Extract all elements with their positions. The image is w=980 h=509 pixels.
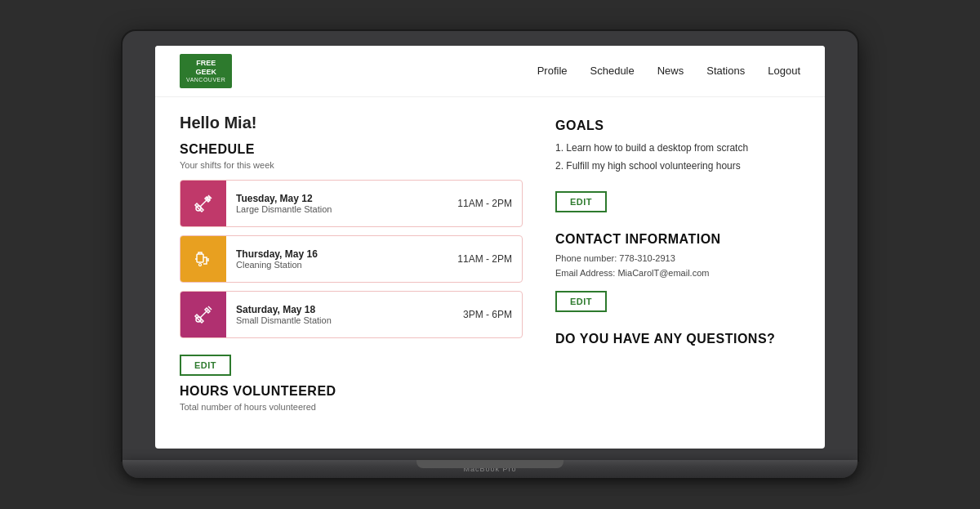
shift-time-3: 3PM - 6PM <box>463 309 522 320</box>
goal-item-1: 1. Learn how to build a desktop from scr… <box>555 140 800 158</box>
shift-icon-3 <box>180 292 226 337</box>
hours-subtitle: Total number of hours volunteered <box>180 402 523 412</box>
screen-content: FREE GEEK VANCOUVER Profile Schedule New… <box>155 46 825 449</box>
shift-station-1: Large Dismantle Station <box>236 204 448 214</box>
schedule-edit-button[interactable]: EDIT <box>180 355 231 376</box>
shift-station-2: Cleaning Station <box>236 260 448 270</box>
shift-date-1: Tuesday, May 12 <box>236 193 448 204</box>
left-column: Hello Mia! SCHEDULE Your shifts for this… <box>180 114 523 432</box>
logo: FREE GEEK VANCOUVER <box>180 54 232 88</box>
email-info: Email Address: MiaCarolT@email.com <box>555 268 800 278</box>
nav-schedule[interactable]: Schedule <box>590 65 635 77</box>
hours-title: HOURS VOLUNTEERED <box>180 384 523 399</box>
nav-stations[interactable]: Stations <box>706 65 745 77</box>
schedule-title: SCHEDULE <box>180 142 523 157</box>
contact-title: CONTACT INFORMATION <box>555 232 800 247</box>
goals-title: GOALS <box>555 118 800 133</box>
greeting: Hello Mia! <box>180 114 523 132</box>
shift-info-1: Tuesday, May 12 Large Dismantle Station <box>226 186 457 221</box>
svg-rect-2 <box>197 254 203 262</box>
questions-section: DO YOU HAVE ANY QUESTIONS? <box>555 332 800 346</box>
shift-time-1: 11AM - 2PM <box>457 198 522 209</box>
laptop-label: MacBook Pro <box>122 460 858 473</box>
screen-bezel: FREE GEEK VANCOUVER Profile Schedule New… <box>122 31 858 460</box>
schedule-subtitle: Your shifts for this week <box>180 160 523 170</box>
phone-label: Phone number: <box>555 253 617 263</box>
shift-date-3: Saturday, May 18 <box>236 304 453 315</box>
laptop-frame: FREE GEEK VANCOUVER Profile Schedule New… <box>122 31 858 478</box>
goals-edit-button[interactable]: EDIT <box>555 191 607 212</box>
shift-card-2: Thursday, May 16 Cleaning Station 11AM -… <box>180 235 523 283</box>
main-content: Hello Mia! SCHEDULE Your shifts for this… <box>155 97 825 449</box>
phone-info: Phone number: 778-310-2913 <box>555 253 800 263</box>
contact-section: CONTACT INFORMATION Phone number: 778-31… <box>555 232 800 312</box>
nav-logout[interactable]: Logout <box>768 65 800 77</box>
navbar: FREE GEEK VANCOUVER Profile Schedule New… <box>155 46 825 97</box>
goal-item-2: 2. Fulfill my high school volunteering h… <box>555 158 800 176</box>
shift-info-2: Thursday, May 16 Cleaning Station <box>226 242 457 276</box>
email-label: Email Address: <box>555 268 615 278</box>
svg-point-3 <box>199 263 202 266</box>
laptop-base: MacBook Pro <box>122 460 858 478</box>
contact-edit-button[interactable]: EDIT <box>555 291 607 312</box>
nav-links: Profile Schedule News Stations Logout <box>537 65 800 77</box>
email-value: MiaCarolT@email.com <box>617 268 709 278</box>
shift-card-3: Saturday, May 18 Small Dismantle Station… <box>180 291 523 338</box>
shift-card-1: Tuesday, May 12 Large Dismantle Station … <box>180 180 523 227</box>
goals-section: GOALS 1. Learn how to build a desktop fr… <box>555 118 800 212</box>
questions-title: DO YOU HAVE ANY QUESTIONS? <box>555 332 800 346</box>
shift-date-2: Thursday, May 16 <box>236 248 448 260</box>
nav-profile[interactable]: Profile <box>537 65 568 77</box>
goals-list: 1. Learn how to build a desktop from scr… <box>555 140 800 175</box>
shift-info-3: Saturday, May 18 Small Dismantle Station <box>226 297 463 332</box>
shift-icon-2 <box>180 236 226 282</box>
right-column: GOALS 1. Learn how to build a desktop fr… <box>555 114 800 432</box>
hours-section: HOURS VOLUNTEERED Total number of hours … <box>180 384 523 412</box>
shift-station-3: Small Dismantle Station <box>236 315 453 325</box>
nav-news[interactable]: News <box>657 65 684 77</box>
phone-value: 778-310-2913 <box>619 253 675 263</box>
shift-time-2: 11AM - 2PM <box>457 253 522 265</box>
shift-icon-1 <box>180 181 226 226</box>
